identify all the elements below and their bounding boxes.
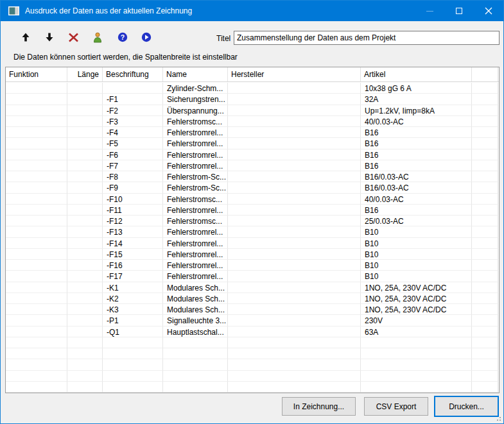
cell-funktion [6, 149, 67, 160]
resize-grip[interactable] [495, 415, 501, 421]
cell-hersteller [228, 382, 361, 393]
table-row[interactable]: -F1Sicherungstren...32A [6, 94, 499, 105]
cell-funktion [6, 94, 67, 105]
cell-funktion [6, 226, 67, 237]
cell-laenge [67, 138, 103, 149]
table-row[interactable]: -K3Modulares Sch...1NO, 25A, 230V AC/DC [6, 304, 499, 315]
table-row[interactable]: -F11Fehlerstromrel...B16 [6, 205, 499, 216]
table-row[interactable]: -F8Fehlerstrom-Sc...B16/0.03-AC [6, 171, 499, 182]
cell-laenge [67, 348, 103, 359]
cell-artikel: B10 [361, 271, 472, 282]
cell-extra [472, 348, 498, 359]
cell-beschriftung: -F13 [103, 226, 163, 237]
cell-name [163, 359, 228, 370]
column-header-hersteller[interactable]: Hersteller [228, 67, 361, 81]
cell-name: Fehlerstrom-Sc... [163, 182, 228, 193]
cell-laenge [67, 149, 103, 160]
table-row[interactable]: -F16Fehlerstromrel...B10 [6, 260, 499, 271]
run-button[interactable] [137, 28, 155, 46]
minimize-icon [426, 11, 433, 12]
column-header-artikel[interactable]: Artikel [361, 67, 472, 81]
table-row[interactable] [6, 371, 499, 382]
up-arrow-icon [21, 32, 31, 42]
column-header-laenge[interactable]: Länge [67, 67, 103, 81]
cell-funktion [6, 182, 67, 193]
cell-name: Fehlerstromsc... [163, 116, 228, 127]
table-row[interactable] [6, 359, 499, 370]
cell-laenge [67, 194, 103, 205]
table-row[interactable]: -F10Fehlerstromsc...40/0.03-AC [6, 194, 499, 205]
cell-beschriftung: -F15 [103, 249, 163, 260]
cell-hersteller [228, 149, 361, 160]
table-row[interactable]: -F9Fehlerstrom-Sc...B16/0.03-AC [6, 182, 499, 193]
table-row[interactable]: Zylinder-Schm...10x38 gG 6 A [6, 83, 499, 94]
column-header-extra[interactable] [472, 67, 498, 81]
table-row[interactable] [6, 348, 499, 359]
table-row[interactable]: -F12Fehlerstromsc...25/0.03-AC [6, 216, 499, 226]
in-zeichnung-button[interactable]: In Zeichnung... [282, 397, 356, 416]
table-row[interactable]: -F2Überspannung...Up=1.2kV, Iimp=8kA [6, 105, 499, 116]
move-up-button[interactable] [17, 28, 35, 46]
person-icon [92, 32, 103, 43]
table-row[interactable]: -Q1Hauptlastschal...63A [6, 326, 499, 337]
table-row[interactable] [6, 337, 499, 348]
column-header-funktion[interactable]: Funktion [6, 67, 67, 81]
table-row[interactable]: -F6Fehlerstromrel...B16 [6, 149, 499, 160]
cell-funktion [6, 238, 67, 249]
table-row[interactable]: -K2Modulares Sch...1NO, 25A, 230V AC/DC [6, 293, 499, 304]
cell-funktion [6, 116, 67, 127]
cell-laenge [67, 116, 103, 127]
table-row[interactable]: -F17Fehlerstromrel...B10 [6, 271, 499, 282]
cell-hersteller [228, 205, 361, 216]
cell-laenge [67, 315, 103, 326]
cell-beschriftung: -F4 [103, 127, 163, 138]
cell-name: Fehlerstromsc... [163, 194, 228, 205]
help-button[interactable]: ? [114, 28, 132, 46]
table-row[interactable]: -F14Fehlerstromrel...B10 [6, 238, 499, 249]
cell-funktion [6, 293, 67, 304]
cell-laenge [67, 127, 103, 138]
cell-beschriftung: -F3 [103, 116, 163, 127]
user-button[interactable] [89, 28, 107, 46]
move-down-button[interactable] [40, 28, 58, 46]
cell-funktion [6, 371, 67, 382]
table-row[interactable] [6, 382, 499, 393]
cell-artikel: B16 [361, 205, 472, 216]
table-row[interactable]: -F13Fehlerstromrel...B10 [6, 226, 499, 237]
cell-artikel [361, 359, 472, 370]
column-header-beschriftung[interactable]: Beschriftung [103, 67, 163, 81]
cell-hersteller [228, 260, 361, 271]
table-row[interactable]: -K1Modulares Sch...1NO, 25A, 230V AC/DC [6, 282, 499, 293]
table-row[interactable]: -F3Fehlerstromsc...40/0.03-AC [6, 116, 499, 127]
titel-input[interactable] [234, 31, 500, 45]
table-row[interactable]: -F4Fehlerstromrel...B16 [6, 127, 499, 138]
table-row[interactable]: -F5Fehlerstromrel...B16 [6, 138, 499, 149]
cell-extra [472, 116, 498, 127]
cell-hersteller [228, 293, 361, 304]
column-header-name[interactable]: Name [163, 67, 228, 81]
cell-artikel: Up=1.2kV, Iimp=8kA [361, 105, 472, 116]
table-row[interactable]: -F15Fehlerstromrel...B10 [6, 249, 499, 260]
cell-name: Fehlerstromrel... [163, 260, 228, 271]
cell-artikel: 1NO, 25A, 230V AC/DC [361, 304, 472, 315]
cell-beschriftung: -F6 [103, 149, 163, 160]
cell-hersteller [228, 371, 361, 382]
cell-extra [472, 160, 498, 171]
csv-export-button[interactable]: CSV Export [364, 397, 428, 416]
cell-laenge [67, 83, 103, 94]
table-row[interactable]: -P1Signalleuchte 3...230V [6, 315, 499, 326]
close-button[interactable] [474, 1, 503, 21]
cell-artikel: 63A [361, 326, 472, 337]
cell-extra [472, 282, 498, 293]
table-row[interactable]: -F7Fehlerstromrel...B16 [6, 160, 499, 171]
cell-funktion [6, 127, 67, 138]
maximize-button[interactable] [444, 1, 474, 21]
table-header-row: FunktionLängeBeschriftungNameHerstellerA… [6, 67, 499, 82]
cell-hersteller [228, 282, 361, 293]
play-icon [141, 32, 152, 42]
cell-extra [472, 382, 498, 393]
titlebar[interactable]: Ausdruck der Daten aus der aktuellen Zei… [1, 1, 503, 21]
drucken-button[interactable]: Drucken... [434, 396, 499, 417]
delete-button[interactable] [64, 28, 82, 46]
cell-hersteller [228, 238, 361, 249]
